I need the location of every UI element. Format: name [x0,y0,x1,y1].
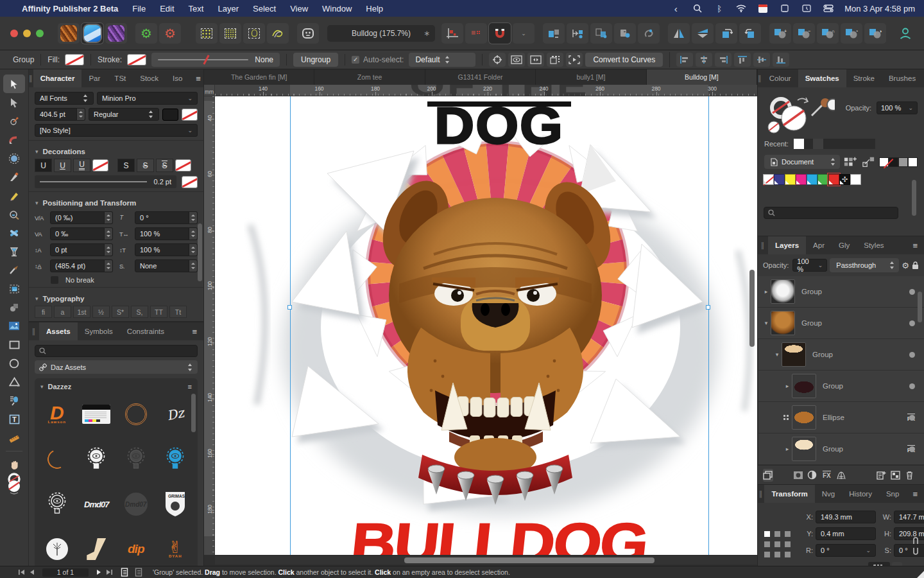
underline-width-swatch[interactable] [182,176,198,188]
canvas-bottom-text[interactable]: BULLDOG [280,514,717,555]
asset-dip-wordmark[interactable]: dip [116,529,156,568]
character-stepper-1[interactable] [189,211,198,224]
next-page-button[interactable] [94,568,104,577]
typography-fi-button[interactable]: fi [35,306,52,318]
drag-handle-icon[interactable] [783,414,789,421]
menu-file[interactable]: File [132,4,146,13]
triangle-tool[interactable] [3,372,25,391]
magnet-chevron-icon[interactable]: ⌄ [513,23,535,44]
ruler-tool[interactable] [3,428,25,447]
layers-menu-icon[interactable]: ≡ [906,236,924,254]
character-stepper-2[interactable] [105,227,113,240]
swatches-drag-grip[interactable]: ∥ [758,69,762,87]
layers-opacity-dropdown[interactable]: 100 %⌄ [792,259,827,272]
menu-select[interactable]: Select [253,4,276,13]
menu-view[interactable]: View [290,4,308,13]
control-center-icon[interactable] [823,3,834,13]
menu-layer[interactable]: Layer [218,4,239,13]
transform-input[interactable]: 149.3 mm [816,511,876,523]
font-collection-dropdown[interactable]: All Fonts [35,92,94,105]
menu-help[interactable]: Help [366,4,383,13]
mask-icon[interactable] [792,469,803,482]
designer-app-icon[interactable] [58,23,80,44]
recent-swatches[interactable] [794,139,875,149]
stroke-swatch[interactable] [127,54,146,66]
expand-chevron-icon[interactable]: ▸ [783,383,792,389]
corner-tool[interactable] [3,130,25,149]
menu-text[interactable]: Text [189,4,204,13]
layer-row-2-group[interactable]: ▾Group [758,339,924,371]
mini-swatch-3[interactable] [908,157,918,167]
transform-input[interactable]: 209.8 mm [894,527,924,540]
group-collapse-caret[interactable]: ▾ [40,383,44,390]
swatches-tab-brushes[interactable]: Brushes [882,69,923,87]
add-layer-icon[interactable] [876,469,886,482]
transform-tab-history[interactable]: History [842,485,879,503]
boolean-intersect-icon[interactable]: ∩ [817,23,839,44]
gradient-tool[interactable] [3,223,25,242]
font-size-field[interactable]: 404.5 pt [35,108,77,121]
pixel-align-icon[interactable] [465,23,487,44]
character-tab-character[interactable]: Character [33,69,82,87]
vertical-ruler[interactable]: 406080100120140160180 [204,96,215,555]
swatches-scrollbar[interactable] [912,180,916,216]
mesh-icon[interactable] [836,469,846,482]
text-style-dropdown[interactable]: [No Style]⌄ [35,124,198,137]
last-page-button[interactable] [104,568,114,577]
swatch-category-dropdown[interactable]: Document [764,155,840,169]
document-tab-bully1--m-[interactable]: bully1 [M] [536,69,646,85]
docker-icon[interactable] [779,3,791,13]
zoom-window-button[interactable] [36,30,44,37]
magnet-icon[interactable] [489,23,511,44]
menu-edit[interactable]: Edit [160,4,174,13]
asset-moon-curve[interactable] [37,439,77,479]
menu-window[interactable]: Window [322,4,352,13]
transform-input[interactable]: 147.7 mm [894,511,924,523]
typography-s-button[interactable]: S* [112,306,129,318]
target-icon[interactable] [489,53,506,67]
align-middle-icon[interactable] [753,53,770,67]
fx-icon[interactable]: FX [821,469,832,482]
character-input-v-scale[interactable]: 100 % [135,243,189,256]
layer-visibility-toggle[interactable] [909,383,915,389]
character-stepper-3[interactable] [189,227,198,240]
recent-swatch-white[interactable] [794,139,804,149]
move-tool[interactable] [3,74,25,93]
ungroup-button[interactable]: Ungroup [293,53,338,67]
expand-chevron-icon[interactable]: ▸ [783,446,792,452]
fill-stroke-wells[interactable] [3,474,25,493]
align-top-icon[interactable] [734,53,751,67]
align-left-icon[interactable] [676,53,693,67]
asset-signature[interactable]: Dz [156,394,196,434]
ellipse-tool[interactable] [3,354,25,372]
zoom-reset-icon[interactable]: ∗ [424,29,430,38]
blend-options-icon[interactable] [890,469,900,482]
rotate-ccw-icon[interactable] [715,23,737,44]
swatches-tab-swatches[interactable]: Swatches [798,69,846,87]
font-size-stepper[interactable] [77,108,85,121]
marquee-grid-icon[interactable] [219,23,241,44]
asset-tree-circle[interactable] [37,529,77,568]
insert-behind-icon[interactable] [543,23,565,44]
image-tool[interactable] [3,317,25,335]
yellow-swatch[interactable] [785,174,796,185]
character-stepper-7[interactable] [189,259,198,272]
account-icon[interactable] [894,23,916,44]
asset-dyah-hand[interactable]: ✌DYAH [156,529,196,568]
collapse-chevron-icon[interactable]: ▾ [762,320,771,326]
typography-tt-button[interactable]: TT [150,306,167,318]
layers-drag-grip[interactable]: ∥ [758,236,768,254]
contour-tool[interactable] [3,149,25,168]
layer-thumbnail[interactable] [771,279,795,304]
first-page-button[interactable] [17,568,27,577]
horizontal-ruler[interactable]: OF THE 140160180200220240260280300 [215,85,757,96]
assets-tab-symbols[interactable]: Symbols [78,322,120,340]
pen-tool[interactable] [3,168,25,186]
align-center-icon[interactable] [696,53,712,67]
previous-page-button[interactable] [27,568,37,577]
swatches-opacity-dropdown[interactable]: 100 %⌄ [877,101,918,114]
transform-tab-transform[interactable]: Transform [764,485,814,503]
bluetooth-icon[interactable]: ᛒ [714,3,725,13]
single-page-view-icon[interactable] [119,568,130,577]
positioning-section-header[interactable]: ▾Positioning and Transform [29,195,203,210]
